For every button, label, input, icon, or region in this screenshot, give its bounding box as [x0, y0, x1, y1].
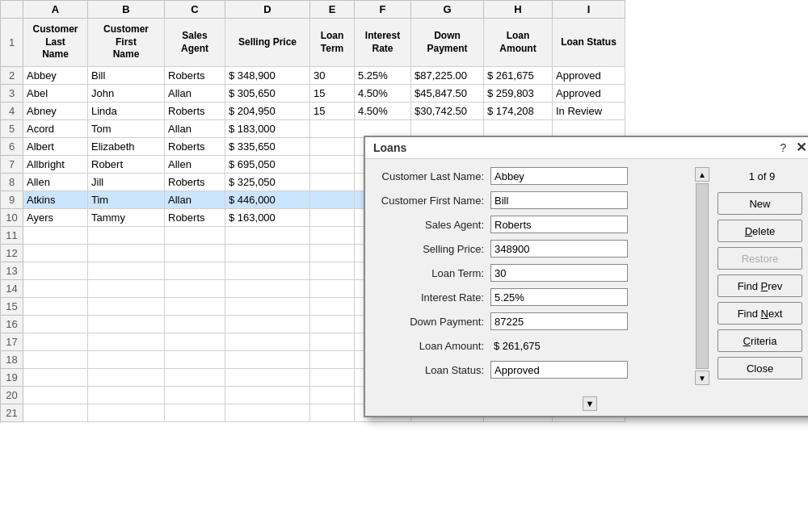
cell-D[interactable]: $ 163,000 [225, 209, 310, 227]
close-button[interactable]: Close [718, 357, 802, 379]
col-letter-I[interactable]: I [553, 1, 625, 19]
cell-C[interactable] [165, 298, 225, 316]
cell-F[interactable]: 4.50% [355, 103, 411, 120]
cell-B[interactable] [88, 404, 165, 422]
cell-B[interactable] [88, 369, 165, 387]
cell-A[interactable] [23, 280, 88, 298]
find-prev-button[interactable]: Find Prev [718, 274, 802, 297]
cell-B[interactable]: Elizabeth [88, 138, 165, 156]
cell-E[interactable] [310, 316, 355, 333]
cell-E[interactable] [310, 262, 355, 280]
cell-C[interactable] [165, 280, 225, 298]
cell-B[interactable]: Tammy [88, 209, 165, 227]
cell-A[interactable]: Abney [23, 103, 88, 120]
cell-E[interactable] [310, 209, 355, 227]
cell-D[interactable]: $ 183,000 [225, 120, 310, 138]
selling-price-input[interactable] [490, 240, 628, 258]
cell-B[interactable] [88, 227, 165, 245]
col-letter-C[interactable]: C [165, 1, 225, 19]
cell-C[interactable] [165, 245, 225, 262]
scroll-up-button[interactable]: ▲ [695, 167, 709, 182]
cell-D[interactable] [225, 316, 310, 333]
cell-C[interactable]: Allan [165, 120, 225, 138]
down-payment-input[interactable] [490, 312, 628, 330]
cell-D[interactable]: $ 695,050 [225, 156, 310, 174]
loan-term-input[interactable] [490, 264, 628, 282]
cell-B[interactable] [88, 298, 165, 316]
customer-first-name-input[interactable] [490, 191, 628, 209]
cell-C[interactable] [165, 404, 225, 422]
col-letter-A[interactable]: A [23, 1, 88, 19]
cell-A[interactable] [23, 262, 88, 280]
cell-D[interactable]: $ 204,950 [225, 103, 310, 120]
cell-A[interactable] [23, 404, 88, 422]
cell-I[interactable]: Approved [553, 67, 625, 85]
dialog-close-button[interactable]: ✕ [796, 141, 806, 154]
scroll-track[interactable] [696, 183, 709, 369]
cell-B[interactable]: Linda [88, 103, 165, 120]
cell-D[interactable] [225, 245, 310, 262]
col-letter-H[interactable]: H [484, 1, 553, 19]
cell-E[interactable] [310, 351, 355, 369]
criteria-button[interactable]: Criteria [718, 329, 802, 352]
nav-down-button[interactable]: ▼ [583, 396, 597, 411]
cell-I[interactable]: Approved [553, 85, 625, 103]
cell-D[interactable] [225, 227, 310, 245]
cell-A[interactable] [23, 369, 88, 387]
cell-C[interactable]: Roberts [165, 138, 225, 156]
cell-C[interactable]: Roberts [165, 174, 225, 191]
cell-B[interactable] [88, 280, 165, 298]
col-letter-B[interactable]: B [88, 1, 165, 19]
cell-C[interactable] [165, 369, 225, 387]
cell-C[interactable] [165, 333, 225, 351]
cell-E[interactable] [310, 227, 355, 245]
cell-B[interactable] [88, 333, 165, 351]
cell-F[interactable]: 4.50% [355, 85, 411, 103]
cell-B[interactable]: Bill [88, 67, 165, 85]
cell-D[interactable] [225, 369, 310, 387]
cell-H[interactable]: $ 174,208 [484, 103, 553, 120]
delete-button[interactable]: Delete [718, 220, 802, 242]
col-letter-F[interactable]: F [355, 1, 411, 19]
cell-E[interactable]: 15 [310, 85, 355, 103]
cell-E[interactable] [310, 404, 355, 422]
table-row[interactable]: 4AbneyLindaRoberts$ 204,950154.50%$30,74… [1, 103, 625, 120]
cell-B[interactable] [88, 387, 165, 404]
sales-agent-input[interactable] [490, 216, 628, 233]
col-letter-G[interactable]: G [411, 1, 484, 19]
cell-A[interactable]: Abbey [23, 67, 88, 85]
cell-F[interactable]: 5.25% [355, 67, 411, 85]
cell-B[interactable]: Jill [88, 174, 165, 191]
cell-B[interactable] [88, 351, 165, 369]
cell-D[interactable] [225, 262, 310, 280]
loan-status-input[interactable] [490, 361, 628, 379]
cell-A[interactable] [23, 245, 88, 262]
cell-E[interactable]: 30 [310, 67, 355, 85]
cell-I[interactable]: In Review [553, 103, 625, 120]
cell-H[interactable]: $ 259,803 [484, 85, 553, 103]
cell-A[interactable] [23, 227, 88, 245]
cell-A[interactable] [23, 333, 88, 351]
cell-A[interactable]: Allen [23, 174, 88, 191]
cell-E[interactable] [310, 156, 355, 174]
cell-B[interactable]: John [88, 85, 165, 103]
cell-C[interactable]: Roberts [165, 103, 225, 120]
cell-G[interactable]: $45,847.50 [411, 85, 484, 103]
cell-E[interactable] [310, 245, 355, 262]
cell-E[interactable] [310, 120, 355, 138]
cell-D[interactable] [225, 404, 310, 422]
cell-E[interactable] [310, 298, 355, 316]
cell-E[interactable] [310, 138, 355, 156]
cell-C[interactable] [165, 316, 225, 333]
cell-D[interactable]: $ 305,650 [225, 85, 310, 103]
cell-C[interactable]: Allen [165, 156, 225, 174]
cell-A[interactable]: Abel [23, 85, 88, 103]
cell-E[interactable] [310, 191, 355, 209]
cell-D[interactable] [225, 280, 310, 298]
cell-B[interactable] [88, 245, 165, 262]
cell-D[interactable] [225, 387, 310, 404]
col-letter-D[interactable]: D [225, 1, 310, 19]
cell-A[interactable]: Atkins [23, 191, 88, 209]
dialog-help-button[interactable]: ? [780, 141, 786, 154]
cell-E[interactable] [310, 369, 355, 387]
